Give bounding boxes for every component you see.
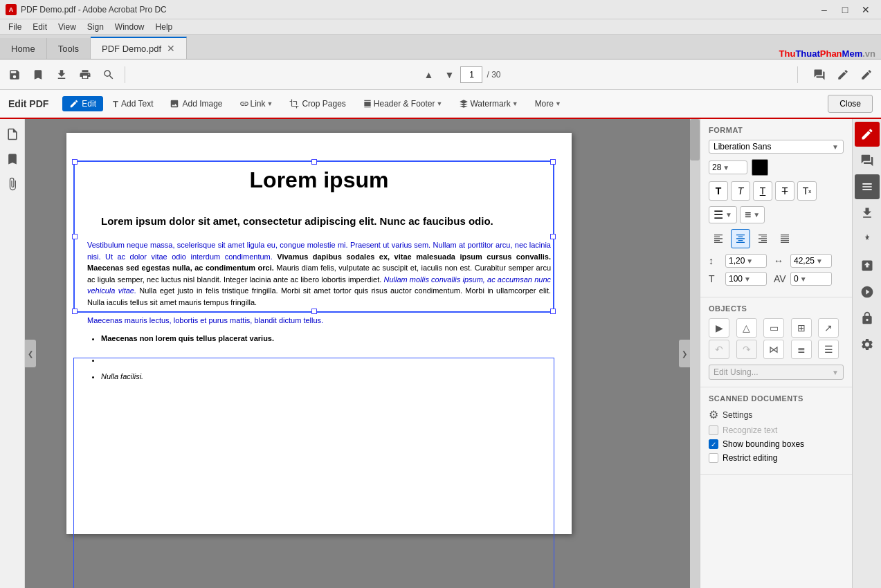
italic-button[interactable]: T	[731, 181, 750, 201]
object-group-button[interactable]: ⊞	[791, 318, 812, 338]
object-layer-button[interactable]: ⋈	[763, 340, 784, 359]
tab-pdf-demo[interactable]: PDF Demo.pdf ✕	[91, 37, 187, 59]
object-undo-button[interactable]: ↶	[709, 340, 729, 359]
settings-right-icon[interactable]	[855, 332, 880, 357]
scanned-section: SCANNED DOCUMENTS ⚙ Settings Recognize t…	[700, 387, 852, 475]
collapse-left-button[interactable]: ❮	[25, 340, 36, 367]
sign-button[interactable]	[833, 64, 853, 85]
color-swatch[interactable]	[752, 159, 768, 176]
bold-button[interactable]: T	[709, 181, 728, 201]
size-dropdown-arrow: ▼	[723, 164, 729, 172]
link-button[interactable]: Link ▼	[233, 96, 280, 111]
resize-handle-tr[interactable]	[550, 159, 556, 165]
maximize-button[interactable]: □	[835, 3, 855, 17]
scrollbar-thumb[interactable]	[690, 119, 700, 160]
object-align-button[interactable]: ≣	[791, 340, 812, 359]
add-image-button[interactable]: Add Image	[163, 96, 229, 111]
upload-button[interactable]	[51, 64, 72, 85]
tools-button[interactable]	[856, 64, 877, 85]
vertical-scrollbar[interactable]	[690, 119, 700, 588]
char-spacing-input[interactable]: 42,25 ▼	[790, 254, 832, 268]
brand-logo: ThuThuatPhanMem.vn	[779, 48, 875, 59]
convert-icon[interactable]	[855, 253, 880, 278]
organize-icon[interactable]	[855, 174, 880, 199]
align-right-button[interactable]	[753, 229, 772, 248]
object-move-button[interactable]: ▶	[709, 318, 729, 338]
align-center-button[interactable]	[731, 229, 750, 248]
search-button[interactable]	[98, 64, 119, 85]
show-boxes-checkbox[interactable]: ✓	[709, 439, 718, 449]
menu-window[interactable]: Window	[109, 21, 150, 33]
align-justify-button[interactable]	[775, 229, 794, 248]
titlebar-controls[interactable]: – □ ✕	[815, 3, 875, 17]
edit-pdf-icon[interactable]	[855, 122, 880, 147]
list-row: ☰ ▼ ≡ ▼	[709, 206, 844, 223]
menu-help[interactable]: Help	[150, 21, 179, 33]
menu-view[interactable]: View	[53, 21, 82, 33]
collapse-right-button[interactable]: ❯	[679, 340, 690, 367]
share-icon[interactable]	[855, 306, 880, 331]
page-number-input[interactable]	[460, 66, 482, 83]
show-boxes-row: ✓ Show bounding boxes	[709, 439, 844, 449]
scanned-title: SCANNED DOCUMENTS	[709, 394, 844, 403]
pages-icon[interactable]	[3, 125, 22, 144]
object-shape-button[interactable]: △	[736, 318, 757, 338]
font-size-input[interactable]: 28 ▼	[709, 160, 747, 174]
menu-sign[interactable]: Sign	[82, 21, 109, 33]
bookmark-button[interactable]	[28, 64, 48, 85]
recognize-checkbox[interactable]	[709, 425, 718, 435]
object-crop-button[interactable]: ▭	[763, 318, 784, 338]
next-page-button[interactable]: ▼	[439, 65, 459, 84]
minimize-button[interactable]: –	[815, 3, 834, 17]
export-icon[interactable]	[855, 201, 880, 226]
settings-label[interactable]: Settings	[723, 410, 752, 420]
object-distribute-button[interactable]: ☰	[818, 340, 839, 359]
line-spacing-input[interactable]: 1,20 ▼	[725, 254, 767, 268]
scale-input[interactable]: 100 ▼	[725, 272, 767, 286]
tab-home[interactable]: Home	[0, 38, 47, 59]
comment-right-icon[interactable]	[855, 148, 880, 173]
resize-handle-mr[interactable]	[550, 234, 556, 239]
prev-page-button[interactable]: ▲	[419, 65, 438, 84]
bookmarks-icon[interactable]	[3, 149, 22, 169]
close-button[interactable]: ✕	[856, 3, 875, 17]
strikethrough-button[interactable]: T	[775, 181, 794, 201]
resize-handle-bc[interactable]	[311, 309, 317, 314]
watermark-button[interactable]: Watermark ▼	[452, 96, 525, 111]
resize-handle-tc[interactable]	[311, 159, 317, 165]
resize-handle-bl[interactable]	[72, 309, 78, 314]
object-ungroup-button[interactable]: ↗	[818, 318, 839, 338]
header-footer-button[interactable]: Header & Footer ▼	[356, 96, 450, 111]
superscript-button[interactable]: Tx	[797, 181, 817, 201]
ordered-list-button[interactable]: ≡ ▼	[740, 206, 765, 223]
offset-input[interactable]: 0 ▼	[790, 272, 832, 286]
align-left-button[interactable]	[709, 229, 728, 248]
object-redo-button[interactable]: ↷	[736, 340, 757, 359]
highlight-icon[interactable]	[855, 227, 880, 252]
link-label: Link	[251, 99, 266, 109]
attachments-icon[interactable]	[3, 174, 22, 194]
ordered-list-icon: ≡	[745, 209, 751, 221]
tab-tools[interactable]: Tools	[47, 38, 91, 59]
resize-handle-tl[interactable]	[72, 159, 78, 165]
align-row	[709, 229, 844, 248]
resize-handle-br[interactable]	[550, 309, 556, 314]
menu-file[interactable]: File	[3, 21, 27, 33]
restrict-editing-checkbox[interactable]	[709, 453, 718, 463]
crop-pages-button[interactable]: Crop Pages	[282, 96, 352, 111]
optimize-icon[interactable]	[855, 279, 880, 304]
unordered-list-button[interactable]: ☰ ▼	[709, 206, 737, 223]
tab-close-icon[interactable]: ✕	[167, 43, 175, 54]
menu-edit[interactable]: Edit	[27, 21, 53, 33]
save-button[interactable]	[4, 64, 25, 85]
more-button[interactable]: More ▼	[528, 96, 568, 111]
underline-button[interactable]: T	[753, 181, 772, 201]
comment-button[interactable]	[809, 64, 830, 85]
add-text-button[interactable]: T Add Text	[106, 96, 160, 112]
close-edit-button[interactable]: Close	[828, 95, 873, 113]
edit-using-row[interactable]: Edit Using... ▼	[709, 365, 844, 380]
edit-button[interactable]: Edit	[62, 96, 103, 111]
resize-handle-ml[interactable]	[72, 234, 78, 239]
print-button[interactable]	[75, 64, 96, 85]
font-selector[interactable]: Liberation Sans ▼	[709, 140, 844, 154]
